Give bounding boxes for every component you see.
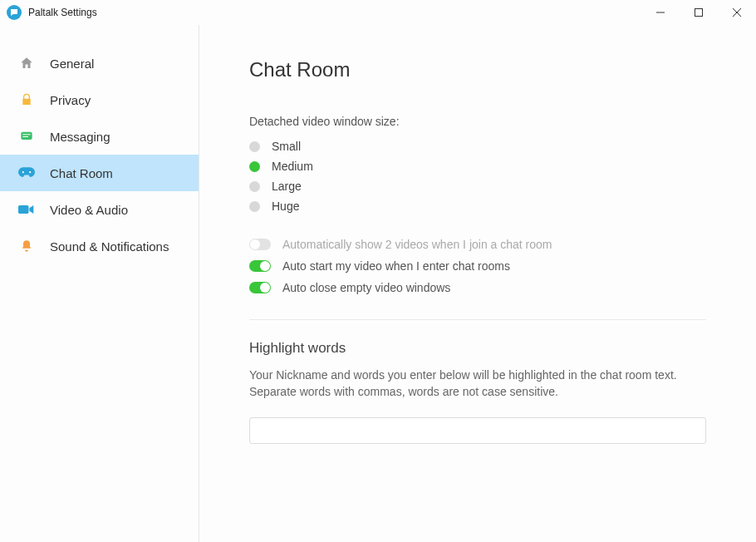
- toggle-switch: [249, 260, 271, 272]
- sidebar-item-chat-room[interactable]: Chat Room: [0, 155, 199, 191]
- sidebar-item-label: Chat Room: [50, 166, 113, 180]
- svg-rect-6: [22, 136, 28, 137]
- lock-icon: [18, 91, 35, 108]
- radio-label: Small: [272, 140, 301, 153]
- sidebar-item-general[interactable]: General: [0, 45, 199, 81]
- radio-option-large[interactable]: Large: [249, 180, 706, 193]
- main: General Privacy Messaging Chat Room Vide…: [0, 25, 756, 542]
- sidebar-item-sound-notifications[interactable]: Sound & Notifications: [0, 228, 199, 264]
- sidebar-item-privacy[interactable]: Privacy: [0, 81, 199, 118]
- svg-rect-9: [18, 205, 29, 214]
- radio-label: Huge: [272, 200, 299, 213]
- radio-dot-icon: [249, 201, 260, 212]
- toggle-label: Auto start my video when I enter chat ro…: [282, 259, 510, 273]
- sidebar-item-video-audio[interactable]: Video & Audio: [0, 191, 199, 228]
- divider: [249, 319, 706, 320]
- toggle-auto-start-video[interactable]: Auto start my video when I enter chat ro…: [249, 259, 706, 273]
- highlight-description: Your Nickname and words you enter below …: [249, 367, 706, 401]
- svg-rect-1: [695, 9, 703, 17]
- app-icon: [7, 5, 22, 20]
- highlight-words-input[interactable]: [249, 417, 706, 444]
- video-size-label: Detached video window size:: [249, 115, 706, 128]
- bell-icon: [18, 238, 35, 254]
- minimize-button[interactable]: [641, 0, 680, 25]
- toggle-label: Automatically show 2 videos when I join …: [282, 238, 552, 251]
- window-title: Paltalk Settings: [28, 7, 97, 18]
- radio-dot-icon: [249, 141, 260, 152]
- radio-option-small[interactable]: Small: [249, 140, 706, 153]
- radio-label: Medium: [272, 160, 313, 173]
- toggle-label: Auto close empty video windows: [282, 281, 450, 294]
- content-pane: Chat Room Detached video window size: Sm…: [199, 25, 756, 542]
- sidebar-item-label: Sound & Notifications: [50, 239, 169, 254]
- radio-label: Large: [272, 180, 302, 193]
- radio-dot-icon: [249, 181, 260, 192]
- toggle-auto-close-video[interactable]: Auto close empty video windows: [249, 281, 706, 294]
- titlebar: Paltalk Settings: [0, 0, 756, 25]
- video-icon: [18, 201, 35, 218]
- sidebar-item-label: Video & Audio: [50, 203, 128, 217]
- sidebar: General Privacy Messaging Chat Room Vide…: [0, 25, 199, 542]
- svg-rect-5: [22, 134, 30, 135]
- radio-dot-icon: [249, 161, 260, 172]
- sidebar-item-label: General: [50, 57, 94, 71]
- home-icon: [18, 55, 35, 71]
- svg-rect-4: [21, 132, 32, 140]
- radio-option-huge[interactable]: Huge: [249, 200, 706, 213]
- controller-icon: [18, 165, 35, 181]
- sidebar-item-label: Privacy: [50, 93, 91, 107]
- svg-point-7: [22, 171, 24, 173]
- sidebar-item-messaging[interactable]: Messaging: [0, 118, 199, 155]
- video-size-radio-group: Small Medium Large Huge: [249, 140, 706, 213]
- radio-option-medium[interactable]: Medium: [249, 160, 706, 173]
- sidebar-item-label: Messaging: [50, 130, 110, 144]
- maximize-button[interactable]: [680, 0, 718, 25]
- svg-point-8: [29, 171, 31, 173]
- window-controls: [641, 0, 756, 25]
- toggle-switch: [249, 282, 271, 293]
- toggle-switch: [249, 239, 271, 250]
- close-button[interactable]: [718, 0, 756, 25]
- message-icon: [18, 128, 35, 145]
- highlight-title: Highlight words: [249, 340, 706, 357]
- toggle-auto-show-videos[interactable]: Automatically show 2 videos when I join …: [249, 238, 706, 251]
- page-title: Chat Room: [249, 58, 706, 81]
